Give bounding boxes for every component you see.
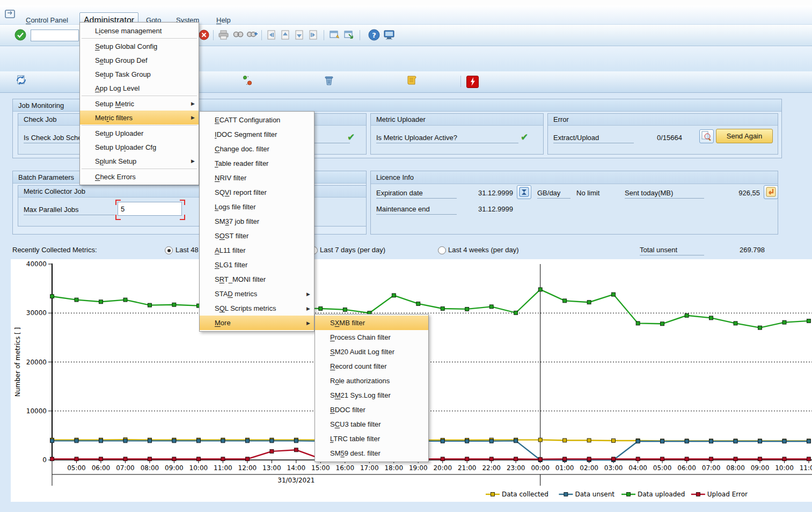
focus-corner [115,200,121,205]
menu-item[interactable]: SLG1 filter [200,258,314,272]
menu-item-label: Setup Group Def [95,56,148,64]
menu-item[interactable]: SOST filter [200,229,314,243]
menu-item[interactable]: Change doc. filter [200,142,314,156]
next-page-icon[interactable] [294,30,305,40]
menu-item[interactable]: App Log Level [80,81,199,95]
svg-text:06:00: 06:00 [677,464,696,472]
menu-item[interactable]: STAD metrics▶ [200,287,314,301]
menu-item[interactable]: SCU3 table filter [315,417,428,431]
administrator-menu: License managementSetup Global ConfigSet… [79,22,199,185]
menu-item[interactable]: SRT_MONI filter [200,272,314,287]
menu-item[interactable]: SQL Scripts metrics▶ [200,301,314,316]
menu-item[interactable]: ECATT Configuration [200,113,314,127]
print-icon[interactable] [218,30,229,40]
menu-item-label: Metric filters [95,114,133,122]
menu-item-label: SQL Scripts metrics [215,304,276,312]
menu-item[interactable]: BDOC filter [315,403,428,417]
menu-item[interactable]: License management [80,24,199,38]
svg-text:10:00: 10:00 [775,464,794,472]
metric-uploader-panel: Metric Uploader Is Metric Uploader Activ… [370,113,544,155]
radio-last-7-days-label[interactable]: Last 7 days (per day) [320,246,385,254]
menu-item-label: Check Errors [95,173,136,181]
cancel-icon[interactable] [199,30,209,40]
licence-info-title: Licence Info [371,171,778,184]
menu-item[interactable]: Process Chain filter [315,330,428,345]
menu-item[interactable]: SM21 Sys.Log filter [315,388,428,403]
menu-item[interactable]: SXMB filter [315,316,428,330]
menu-item[interactable]: AL11 filter [200,243,314,258]
radio-last-48-hours[interactable] [165,246,173,254]
menu-item[interactable]: Logs file filter [200,200,314,214]
new-session-icon[interactable] [329,30,340,40]
enter-button[interactable] [14,29,26,41]
menu-item-label: Splunk Setup [95,157,136,165]
svg-text:30000: 30000 [26,309,47,317]
toolbar-separator [261,30,262,40]
customize-layout-icon[interactable] [383,29,395,41]
menu-item[interactable]: Role authorizations [315,374,428,388]
svg-text:31/03/2021: 31/03/2021 [277,477,314,484]
menu-item[interactable]: LTRC table filter [315,431,428,446]
previous-page-icon[interactable] [280,30,291,40]
menu-item-label: SLG1 filter [215,261,247,269]
menu-item-label: Setup Metric [95,100,134,108]
menu-item[interactable]: SM37 job filter [200,214,314,229]
menu-item[interactable]: SQVI report filter [200,185,314,200]
find-icon[interactable] [232,30,244,40]
menu-item[interactable]: SM20 Audit Log filter [315,345,428,359]
menu-item-label: STAD metrics [215,290,257,298]
svg-text:18:00: 18:00 [384,464,403,472]
radio-last-4-weeks[interactable] [438,246,446,254]
metric-uploader-question: Is Metric Uploader Active? [376,134,518,143]
menu-item[interactable]: Record count filter [315,359,428,374]
svg-text:09:00: 09:00 [751,464,770,472]
menu-item-label: Logs file filter [215,203,256,211]
svg-text:10000: 10000 [26,407,47,415]
error-flag-icon[interactable] [466,76,479,88]
menu-item[interactable]: Setup Task Group [80,67,199,81]
expiration-calendar-button[interactable] [517,185,531,199]
start-archive-job-icon [324,75,334,86]
expiration-date-value: 31.12.9999 [470,189,513,197]
menu-item-label: Setup Task Group [95,70,151,78]
sent-today-refresh-button[interactable] [764,185,778,199]
last-page-icon[interactable] [308,30,319,40]
menu-item[interactable]: Metric filters▶ [80,111,199,125]
max-parallel-jobs-field[interactable] [118,202,182,216]
first-page-icon[interactable] [266,30,277,40]
svg-text:17:00: 17:00 [360,464,379,472]
menu-item[interactable]: Setup Uploader Cfg [80,140,199,154]
svg-text:Number of metrics [ ]: Number of metrics [ ] [14,327,21,397]
help-icon[interactable]: ? [368,29,380,41]
menu-item[interactable]: Table reader filter [200,156,314,171]
menu-item[interactable]: Setup Uploader [80,126,199,140]
menu-item[interactable]: Splunk Setup▶ [80,154,199,168]
menu-item[interactable]: NRIV filter [200,171,314,185]
menu-item-label: SM37 job filter [215,217,259,225]
toolbar-separator [360,30,360,40]
submenu-arrow-icon: ▶ [306,291,310,297]
menu-item[interactable]: Setup Group Def [80,53,199,67]
menu-item[interactable]: SM59 dest. filter [315,446,428,460]
more-submenu: SXMB filterProcess Chain filterSM20 Audi… [314,314,429,462]
menu-separator [82,169,197,169]
menu-item-label: License management [95,27,162,35]
menu-separator [82,125,197,126]
menu-item[interactable]: Check Errors [80,170,199,184]
system-menu-icon[interactable] [5,9,17,19]
generate-shortcut-icon[interactable] [343,30,355,40]
command-field[interactable] [31,30,79,41]
menu-item[interactable]: Setup Global Config [80,39,199,53]
error-detail-button[interactable] [699,129,714,143]
svg-text:07:00: 07:00 [702,464,721,472]
menu-item[interactable]: IDOC Segment filter [200,127,314,142]
menu-item-label: BDOC filter [330,406,365,414]
svg-text:Data collected: Data collected [502,491,548,498]
menu-item[interactable]: More▶ [200,316,314,330]
send-again-button[interactable]: Send Again [716,129,773,143]
toolbar-separator [460,76,461,87]
radio-last-4-weeks-label[interactable]: Last 4 weeks (per day) [448,246,519,254]
menu-item[interactable]: Setup Metric▶ [80,97,199,111]
find-next-icon[interactable] [246,30,258,40]
toggle-uploader-icon [242,75,253,86]
